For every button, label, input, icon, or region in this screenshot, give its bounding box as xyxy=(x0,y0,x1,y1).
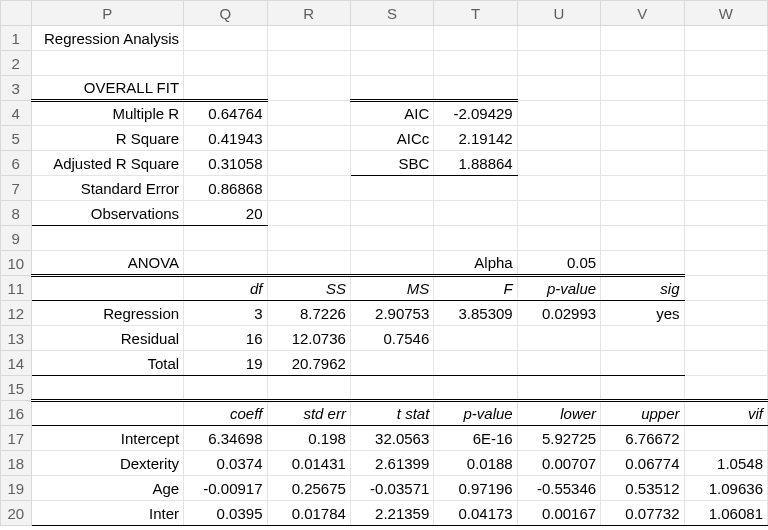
cell-S1[interactable] xyxy=(350,26,433,51)
cell-R20[interactable]: 0.01784 xyxy=(267,501,350,526)
cell-S14[interactable] xyxy=(350,351,433,376)
cell-T2[interactable] xyxy=(434,51,517,76)
cell-P15[interactable] xyxy=(31,376,184,401)
cell-R4[interactable] xyxy=(267,101,350,126)
cell-R11[interactable]: SS xyxy=(267,276,350,301)
cell-W8[interactable] xyxy=(684,201,767,226)
cell-Q14[interactable]: 19 xyxy=(184,351,267,376)
cell-R10[interactable] xyxy=(267,251,350,276)
cell-W3[interactable] xyxy=(684,76,767,101)
cell-T17[interactable]: 6E-16 xyxy=(434,426,517,451)
cell-R7[interactable] xyxy=(267,176,350,201)
cell-R2[interactable] xyxy=(267,51,350,76)
cell-Q3[interactable] xyxy=(184,76,267,101)
cell-U4[interactable] xyxy=(517,101,600,126)
cell-U12[interactable]: 0.02993 xyxy=(517,301,600,326)
cell-T8[interactable] xyxy=(434,201,517,226)
cell-U13[interactable] xyxy=(517,326,600,351)
cell-Q6[interactable]: 0.31058 xyxy=(184,151,267,176)
cell-W1[interactable] xyxy=(684,26,767,51)
cell-Q11[interactable]: df xyxy=(184,276,267,301)
col-header-R[interactable]: R xyxy=(267,1,350,26)
cell-U11[interactable]: p-value xyxy=(517,276,600,301)
cell-W7[interactable] xyxy=(684,176,767,201)
cell-T18[interactable]: 0.0188 xyxy=(434,451,517,476)
col-header-P[interactable]: P xyxy=(31,1,184,26)
cell-S7[interactable] xyxy=(350,176,433,201)
cell-S6[interactable]: SBC xyxy=(350,151,433,176)
cell-U1[interactable] xyxy=(517,26,600,51)
cell-T20[interactable]: 0.04173 xyxy=(434,501,517,526)
cell-W12[interactable] xyxy=(684,301,767,326)
row-header-15[interactable]: 15 xyxy=(1,376,32,401)
cell-V3[interactable] xyxy=(601,76,684,101)
col-header-S[interactable]: S xyxy=(350,1,433,26)
cell-U20[interactable]: 0.00167 xyxy=(517,501,600,526)
cell-P9[interactable] xyxy=(31,226,184,251)
cell-V14[interactable] xyxy=(601,351,684,376)
cell-Q12[interactable]: 3 xyxy=(184,301,267,326)
cell-R13[interactable]: 12.0736 xyxy=(267,326,350,351)
cell-Q15[interactable] xyxy=(184,376,267,401)
cell-P16[interactable] xyxy=(31,401,184,426)
cell-V16[interactable]: upper xyxy=(601,401,684,426)
cell-Q2[interactable] xyxy=(184,51,267,76)
cell-S20[interactable]: 2.21359 xyxy=(350,501,433,526)
cell-R12[interactable]: 8.7226 xyxy=(267,301,350,326)
cell-W9[interactable] xyxy=(684,226,767,251)
cell-U14[interactable] xyxy=(517,351,600,376)
col-header-Q[interactable]: Q xyxy=(184,1,267,26)
cell-S17[interactable]: 32.0563 xyxy=(350,426,433,451)
cell-V12[interactable]: yes xyxy=(601,301,684,326)
cell-Q4[interactable]: 0.64764 xyxy=(184,101,267,126)
cell-W4[interactable] xyxy=(684,101,767,126)
cell-T9[interactable] xyxy=(434,226,517,251)
cell-P1[interactable]: Regression Analysis xyxy=(31,26,184,51)
cell-P12[interactable]: Regression xyxy=(31,301,184,326)
cell-S15[interactable] xyxy=(350,376,433,401)
cell-Q16[interactable]: coeff xyxy=(184,401,267,426)
cell-S19[interactable]: -0.03571 xyxy=(350,476,433,501)
row-header-4[interactable]: 4 xyxy=(1,101,32,126)
cell-U17[interactable]: 5.92725 xyxy=(517,426,600,451)
cell-S9[interactable] xyxy=(350,226,433,251)
cell-U6[interactable] xyxy=(517,151,600,176)
cell-Q5[interactable]: 0.41943 xyxy=(184,126,267,151)
cell-R6[interactable] xyxy=(267,151,350,176)
cell-S10[interactable] xyxy=(350,251,433,276)
cell-R15[interactable] xyxy=(267,376,350,401)
cell-P2[interactable] xyxy=(31,51,184,76)
cell-T6[interactable]: 1.88864 xyxy=(434,151,517,176)
cell-V20[interactable]: 0.07732 xyxy=(601,501,684,526)
cell-P18[interactable]: Dexterity xyxy=(31,451,184,476)
cell-W14[interactable] xyxy=(684,351,767,376)
cell-U15[interactable] xyxy=(517,376,600,401)
cell-V13[interactable] xyxy=(601,326,684,351)
cell-U9[interactable] xyxy=(517,226,600,251)
cell-V5[interactable] xyxy=(601,126,684,151)
cell-W17[interactable] xyxy=(684,426,767,451)
cell-P8[interactable]: Observations xyxy=(31,201,184,226)
cell-R17[interactable]: 0.198 xyxy=(267,426,350,451)
cell-U8[interactable] xyxy=(517,201,600,226)
cell-V11[interactable]: sig xyxy=(601,276,684,301)
cell-T15[interactable] xyxy=(434,376,517,401)
cell-T16[interactable]: p-value xyxy=(434,401,517,426)
cell-P19[interactable]: Age xyxy=(31,476,184,501)
cell-R1[interactable] xyxy=(267,26,350,51)
cell-U3[interactable] xyxy=(517,76,600,101)
cell-Q8[interactable]: 20 xyxy=(184,201,267,226)
cell-V6[interactable] xyxy=(601,151,684,176)
row-header-9[interactable]: 9 xyxy=(1,226,32,251)
cell-S8[interactable] xyxy=(350,201,433,226)
col-header-U[interactable]: U xyxy=(517,1,600,26)
cell-U10[interactable]: 0.05 xyxy=(517,251,600,276)
cell-U16[interactable]: lower xyxy=(517,401,600,426)
cell-V7[interactable] xyxy=(601,176,684,201)
row-header-12[interactable]: 12 xyxy=(1,301,32,326)
cell-S5[interactable]: AICc xyxy=(350,126,433,151)
cell-V1[interactable] xyxy=(601,26,684,51)
row-header-3[interactable]: 3 xyxy=(1,76,32,101)
cell-S4[interactable]: AIC xyxy=(350,101,433,126)
cell-P6[interactable]: Adjusted R Square xyxy=(31,151,184,176)
